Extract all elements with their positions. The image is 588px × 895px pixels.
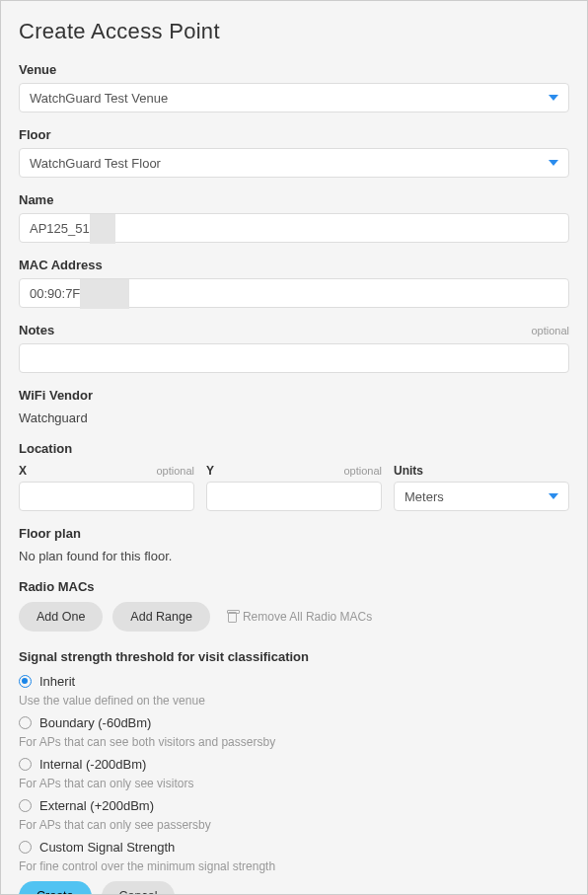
trash-icon [228,612,237,623]
page-title: Create Access Point [19,19,569,44]
x-label: X [19,464,27,478]
radio-boundary-label: Boundary (-60dBm) [39,715,151,730]
radio-boundary-hint: For APs that can see both visitors and p… [19,735,569,749]
name-obscured: xxxx [90,214,115,244]
floor-label: Floor [19,127,569,142]
notes-optional: optional [531,325,569,336]
y-optional: optional [343,465,382,477]
wifi-vendor-value: Watchguard [19,410,569,425]
y-input[interactable] [206,482,382,511]
radio-icon [19,841,32,854]
radio-boundary[interactable]: Boundary (-60dBm) [19,715,569,730]
units-label: Units [394,464,423,478]
create-button[interactable]: Create [19,881,92,895]
floor-value: WatchGuard Test Floor [30,156,161,171]
radio-inherit[interactable]: Inherit [19,674,569,689]
remove-all-macs-label: Remove All Radio MACs [243,610,372,624]
floorplan-label: Floor plan [19,526,569,541]
location-label: Location [19,441,569,456]
mac-input[interactable]: 00:90:7F:xx:xx:xx [19,278,569,308]
add-one-button[interactable]: Add One [19,602,103,632]
cancel-button[interactable]: Cancel [102,881,176,895]
radio-inherit-label: Inherit [39,674,75,689]
signal-heading: Signal strength threshold for visit clas… [19,649,569,664]
radio-internal[interactable]: Internal (-200dBm) [19,757,569,772]
radio-external-label: External (+200dBm) [39,798,154,813]
units-value: Meters [404,489,444,504]
radio-icon [19,675,32,688]
add-range-button[interactable]: Add Range [112,602,210,632]
radio-macs-label: Radio MACs [19,579,569,594]
x-input[interactable] [19,482,194,511]
radio-custom[interactable]: Custom Signal Strength [19,840,569,855]
name-value: AP125_51 [30,221,90,236]
mac-obscured: :xx:xx:xx [80,279,129,309]
remove-all-macs-link[interactable]: Remove All Radio MACs [228,610,372,624]
radio-icon [19,799,32,812]
radio-icon [19,716,32,729]
radio-internal-label: Internal (-200dBm) [39,757,146,772]
chevron-down-icon [549,160,558,166]
venue-label: Venue [19,62,569,77]
chevron-down-icon [549,95,558,101]
chevron-down-icon [549,493,558,499]
x-optional: optional [156,465,194,477]
notes-input[interactable] [19,343,569,373]
wifi-vendor-label: WiFi Vendor [19,388,569,403]
radio-external[interactable]: External (+200dBm) [19,798,569,813]
notes-label: Notes [19,323,54,337]
radio-custom-label: Custom Signal Strength [39,840,175,855]
units-select[interactable]: Meters [394,482,569,511]
name-input[interactable]: AP125_51xxxx [19,213,569,243]
y-label: Y [206,464,214,478]
floorplan-msg: No plan found for this floor. [19,549,569,563]
mac-label: MAC Address [19,258,569,272]
radio-external-hint: For APs that can only see passersby [19,818,569,832]
name-label: Name [19,192,569,207]
radio-internal-hint: For APs that can only see visitors [19,777,569,790]
venue-select[interactable]: WatchGuard Test Venue [19,83,569,112]
radio-icon [19,758,32,771]
mac-value: 00:90:7F [30,286,80,301]
radio-inherit-hint: Use the value defined on the venue [19,694,569,708]
floor-select[interactable]: WatchGuard Test Floor [19,148,569,178]
venue-value: WatchGuard Test Venue [30,91,168,106]
radio-custom-hint: For fine control over the minimum signal… [19,859,569,873]
